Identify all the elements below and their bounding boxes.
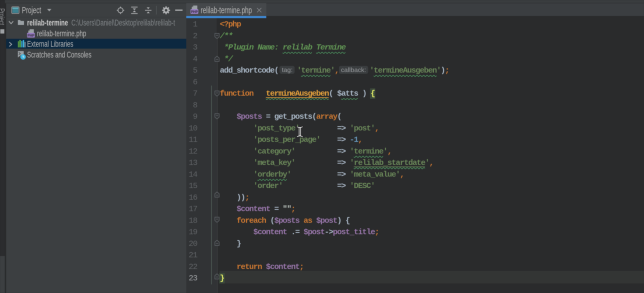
svg-text:PHP: PHP [27,34,34,37]
svg-text:PHP: PHP [191,10,198,14]
